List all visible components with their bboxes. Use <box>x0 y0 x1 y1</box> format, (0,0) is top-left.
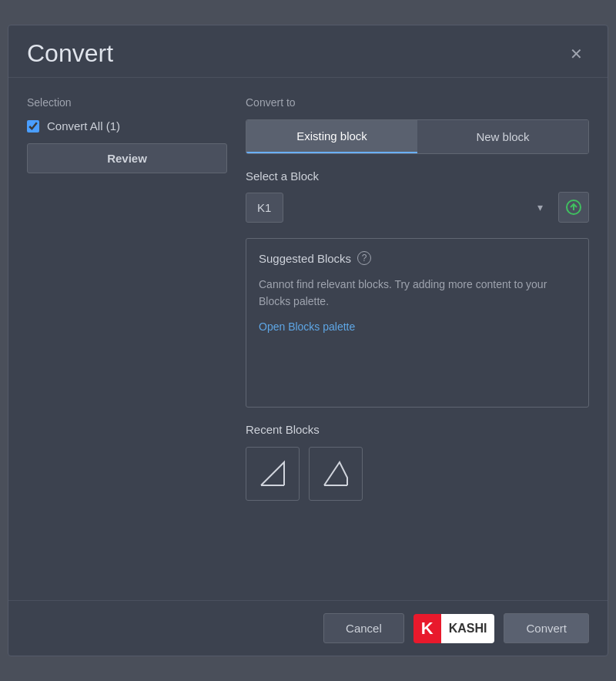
select-block-row: K1 <box>246 192 589 223</box>
recent-block-2[interactable] <box>309 447 363 501</box>
select-block-label: Select a Block <box>246 169 589 183</box>
cancel-button[interactable]: Cancel <box>323 613 404 643</box>
convert-all-row: Convert All (1) <box>27 119 227 133</box>
convert-all-label[interactable]: Convert All (1) <box>47 119 120 133</box>
selection-panel: Selection Convert All (1) Review <box>27 96 227 582</box>
navigate-icon <box>565 199 582 216</box>
kashi-badge: K KASHI <box>413 614 495 643</box>
block-thumb-svg-1 <box>253 455 292 493</box>
kashi-brand-text: KASHI <box>441 614 495 643</box>
block-dropdown[interactable]: K1 <box>246 193 283 223</box>
close-button[interactable]: ✕ <box>564 42 589 66</box>
recent-blocks-grid <box>246 447 589 501</box>
no-blocks-message: Cannot find relevant blocks. Try adding … <box>259 276 576 310</box>
block-select-wrapper: K1 <box>246 193 552 223</box>
tab-row: Existing block New block <box>246 119 589 154</box>
recent-block-1[interactable] <box>246 447 300 501</box>
tab-existing-block[interactable]: Existing block <box>246 120 417 153</box>
selection-label: Selection <box>27 96 227 109</box>
recent-blocks-title: Recent Blocks <box>246 423 589 436</box>
dialog-title: Convert <box>27 39 113 68</box>
dialog-header: Convert ✕ <box>8 25 608 78</box>
review-button[interactable]: Review <box>27 143 227 173</box>
navigate-block-button[interactable] <box>558 192 589 223</box>
suggested-title: Suggested Blocks <box>259 252 351 265</box>
recent-blocks-section: Recent Blocks <box>246 423 589 501</box>
dialog-footer: Cancel K KASHI Convert <box>8 600 608 656</box>
kashi-k-letter: K <box>413 614 441 643</box>
dialog-body: Selection Convert All (1) Review Convert… <box>8 78 608 600</box>
tab-new-block[interactable]: New block <box>417 120 588 153</box>
convert-all-checkbox[interactable] <box>27 120 39 133</box>
convert-panel: Convert to Existing block New block Sele… <box>246 96 589 582</box>
convert-button[interactable]: Convert <box>504 613 589 643</box>
suggested-blocks-area: Suggested Blocks ? Cannot find relevant … <box>246 238 589 408</box>
suggested-header: Suggested Blocks ? <box>259 251 576 265</box>
convert-to-label: Convert to <box>246 96 589 109</box>
open-palette-link[interactable]: Open Blocks palette <box>259 320 355 333</box>
block-thumb-svg-2 <box>316 455 355 493</box>
convert-dialog: Convert ✕ Selection Convert All (1) Revi… <box>8 25 608 656</box>
help-icon[interactable]: ? <box>357 251 371 265</box>
